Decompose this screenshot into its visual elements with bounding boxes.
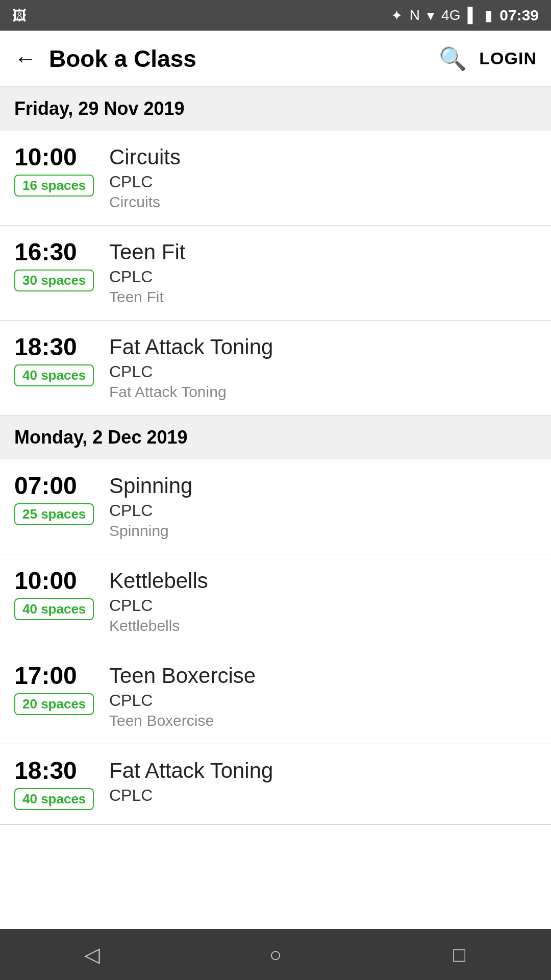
class-time-col: 16:3030 spaces bbox=[14, 240, 101, 291]
class-item[interactable]: 07:0025 spacesSpinningCPLCSpinning bbox=[0, 459, 551, 554]
class-time-col: 18:3040 spaces bbox=[14, 335, 101, 386]
class-location: CPLC bbox=[109, 501, 537, 520]
app-bar: ← Book a Class 🔍 LOGIN bbox=[0, 31, 551, 87]
class-name: Teen Boxercise bbox=[109, 664, 537, 688]
class-item[interactable]: 18:3040 spacesFat Attack ToningCPLCFat A… bbox=[0, 321, 551, 415]
class-name: Fat Attack Toning bbox=[109, 335, 537, 359]
spaces-badge: 30 spaces bbox=[14, 270, 94, 291]
battery-icon: ▮ bbox=[485, 7, 492, 24]
class-type: Teen Fit bbox=[109, 288, 537, 306]
nav-recent-button[interactable]: □ bbox=[439, 934, 480, 975]
class-info-col: SpinningCPLCSpinning bbox=[101, 474, 537, 540]
class-time-col: 17:0020 spaces bbox=[14, 664, 101, 715]
status-bar: 🖼 ✦ N ▾ 4G ▌ ▮ 07:39 bbox=[0, 0, 551, 31]
class-time: 17:00 bbox=[14, 664, 77, 688]
class-location: CPLC bbox=[109, 786, 537, 805]
wifi-icon: ▾ bbox=[427, 7, 434, 24]
status-bar-right: ✦ N ▾ 4G ▌ ▮ 07:39 bbox=[391, 7, 539, 24]
class-name: Spinning bbox=[109, 474, 537, 498]
class-location: CPLC bbox=[109, 267, 537, 286]
class-time: 10:00 bbox=[14, 569, 77, 593]
spaces-badge: 16 spaces bbox=[14, 175, 94, 197]
status-bar-left: 🖼 bbox=[12, 7, 27, 24]
class-time-col: 07:0025 spaces bbox=[14, 474, 101, 525]
class-info-col: Teen FitCPLCTeen Fit bbox=[101, 240, 537, 306]
class-info-col: CircuitsCPLCCircuits bbox=[101, 145, 537, 211]
date-header-1: Monday, 2 Dec 2019 bbox=[0, 415, 551, 459]
class-info-col: Fat Attack ToningCPLC bbox=[101, 758, 537, 807]
class-time: 07:00 bbox=[14, 474, 77, 498]
class-location: CPLC bbox=[109, 173, 537, 191]
nav-bar: ◁ ○ □ bbox=[0, 929, 551, 980]
photo-icon: 🖼 bbox=[12, 7, 27, 24]
class-info-col: KettlebellsCPLCKettlebells bbox=[101, 569, 537, 634]
nav-home-icon: ○ bbox=[269, 943, 282, 966]
class-item[interactable]: 10:0016 spacesCircuitsCPLCCircuits bbox=[0, 131, 551, 226]
nfc-icon: N bbox=[410, 7, 420, 23]
class-name: Kettlebells bbox=[109, 569, 537, 593]
class-list: Friday, 29 Nov 201910:0016 spacesCircuit… bbox=[0, 87, 551, 876]
nav-back-button[interactable]: ◁ bbox=[71, 934, 112, 975]
class-type: Spinning bbox=[109, 522, 537, 540]
nav-home-button[interactable]: ○ bbox=[255, 934, 296, 975]
class-name: Teen Fit bbox=[109, 240, 537, 264]
spaces-badge: 20 spaces bbox=[14, 693, 94, 715]
class-type: Teen Boxercise bbox=[109, 712, 537, 729]
class-location: CPLC bbox=[109, 596, 537, 615]
class-info-col: Teen BoxerciseCPLCTeen Boxercise bbox=[101, 664, 537, 729]
class-type: Circuits bbox=[109, 193, 537, 211]
class-name: Circuits bbox=[109, 145, 537, 169]
class-name: Fat Attack Toning bbox=[109, 758, 537, 783]
class-item[interactable]: 17:0020 spacesTeen BoxerciseCPLCTeen Box… bbox=[0, 649, 551, 744]
page-title: Book a Class bbox=[49, 45, 439, 72]
search-button[interactable]: 🔍 bbox=[439, 45, 467, 72]
spaces-badge: 40 spaces bbox=[14, 364, 94, 386]
signal-icon: ▌ bbox=[467, 7, 478, 23]
class-time-col: 10:0016 spaces bbox=[14, 145, 101, 197]
class-item[interactable]: 18:3040 spacesFat Attack ToningCPLC bbox=[0, 744, 551, 825]
login-button[interactable]: LOGIN bbox=[479, 48, 537, 68]
class-item[interactable]: 16:3030 spacesTeen FitCPLCTeen Fit bbox=[0, 226, 551, 321]
date-header-0: Friday, 29 Nov 2019 bbox=[0, 87, 551, 131]
class-time: 18:30 bbox=[14, 335, 77, 359]
class-time: 16:30 bbox=[14, 240, 77, 264]
status-time: 07:39 bbox=[499, 7, 539, 24]
class-type: Kettlebells bbox=[109, 617, 537, 634]
spaces-badge: 25 spaces bbox=[14, 503, 94, 525]
nav-recent-icon: □ bbox=[453, 943, 465, 966]
spaces-badge: 40 spaces bbox=[14, 598, 94, 620]
spaces-badge: 40 spaces bbox=[14, 788, 94, 810]
class-time-col: 10:0040 spaces bbox=[14, 569, 101, 620]
4g-label: 4G bbox=[441, 7, 460, 23]
nav-back-icon: ◁ bbox=[84, 943, 100, 966]
class-time: 18:30 bbox=[14, 758, 77, 783]
class-location: CPLC bbox=[109, 691, 537, 710]
date-text-0: Friday, 29 Nov 2019 bbox=[14, 98, 185, 119]
class-type: Fat Attack Toning bbox=[109, 383, 537, 401]
date-text-1: Monday, 2 Dec 2019 bbox=[14, 427, 188, 448]
class-time-col: 18:3040 spaces bbox=[14, 758, 101, 810]
back-button[interactable]: ← bbox=[14, 46, 37, 71]
class-time: 10:00 bbox=[14, 145, 77, 169]
class-location: CPLC bbox=[109, 362, 537, 381]
bluetooth-icon: ✦ bbox=[391, 7, 403, 24]
class-info-col: Fat Attack ToningCPLCFat Attack Toning bbox=[101, 335, 537, 401]
class-item[interactable]: 10:0040 spacesKettlebellsCPLCKettlebells bbox=[0, 554, 551, 649]
